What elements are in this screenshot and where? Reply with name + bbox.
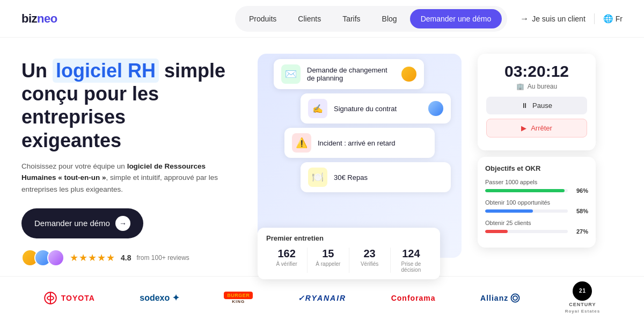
century-sub: Royal Estates bbox=[565, 309, 600, 314]
hero-description: Choisissez pour votre équipe un logiciel… bbox=[21, 161, 225, 195]
okr-pct-2: 58% bbox=[572, 208, 588, 214]
hero-highlight: logiciel RH bbox=[53, 59, 159, 83]
login-button[interactable]: → Je suis un client bbox=[520, 14, 586, 24]
brand-toyota: TOYOTA bbox=[44, 292, 95, 305]
brand-burger-king: BURGER KING bbox=[224, 292, 253, 304]
stat-a-verifier: 162 À vérifier bbox=[266, 248, 308, 273]
okr-card: Objectifs et OKR Passer 1000 appels 96% … bbox=[478, 157, 596, 248]
okr-label-1: Passer 1000 appels bbox=[485, 179, 588, 185]
stat-label-3: Vérifiés bbox=[353, 261, 387, 267]
okr-bar-row-3: 27% bbox=[485, 228, 588, 235]
okr-pct-3: 27% bbox=[572, 228, 588, 235]
lang-label: Fr bbox=[616, 15, 623, 23]
brands-footer: TOYOTA sodexo ✦ BURGER KING ✓RYANAIR Con… bbox=[0, 276, 644, 319]
nav-produits[interactable]: Produits bbox=[240, 10, 285, 27]
notif-icon-2: ✍️ bbox=[308, 99, 327, 118]
okr-card-title: Objectifs et OKR bbox=[485, 164, 588, 172]
stat-num-3: 23 bbox=[353, 248, 387, 260]
timer-status-label: Au bureau bbox=[528, 83, 557, 90]
login-label: Je suis un client bbox=[532, 15, 586, 23]
stat-verifies: 23 Vérifiés bbox=[349, 248, 391, 273]
nav-cta-button[interactable]: Demander une démo bbox=[410, 9, 502, 28]
notif-card-contrat: ✍️ Signature du contrat bbox=[301, 93, 451, 124]
nav-clients[interactable]: Clients bbox=[289, 10, 330, 27]
brand-ryanair: ✓RYANAIR bbox=[298, 294, 347, 302]
language-button[interactable]: 🌐 Fr bbox=[603, 14, 623, 24]
interview-card-title: Premier entretien bbox=[266, 234, 431, 242]
stat-label-1: À vérifier bbox=[269, 261, 304, 267]
main-nav: Produits Clients Tarifs Blog Demander un… bbox=[235, 6, 507, 32]
review-count: from 100+ reviews bbox=[136, 254, 189, 262]
stat-num-2: 15 bbox=[311, 248, 345, 260]
hero-center-mockup: ✉️ Demande de changement de planning ✍️ … bbox=[247, 54, 472, 269]
timer-card: 03:20:12 🏢 Au bureau ⏸ Pause ▶ Arrêter bbox=[478, 54, 596, 150]
brand-century21: 21 CENTURY Royal Estates bbox=[565, 281, 600, 314]
allianz-icon bbox=[510, 293, 520, 303]
okr-bar-fill-3 bbox=[485, 230, 508, 233]
logo: bizneo bbox=[21, 12, 57, 26]
hero-cta-label: Demander une démo bbox=[34, 219, 110, 228]
bk-badge: BURGER bbox=[224, 292, 253, 299]
rating-value: 4.8 bbox=[121, 253, 131, 262]
pause-icon: ⏸ bbox=[521, 102, 528, 110]
star-rating: ★★★★★ bbox=[70, 252, 115, 264]
stop-icon: ▶ bbox=[521, 124, 526, 132]
main-content: Un logiciel RH simpleconçu pour lesentre… bbox=[0, 38, 644, 276]
stat-label-2: À rappeler bbox=[311, 261, 345, 267]
globe-icon: 🌐 bbox=[603, 14, 613, 24]
svg-point-3 bbox=[511, 294, 519, 302]
stop-label: Arrêter bbox=[531, 124, 552, 132]
interview-card: Premier entretien 162 À vérifier 15 À ra… bbox=[258, 228, 440, 279]
toyota-icon bbox=[44, 292, 57, 305]
notif-avatar-2 bbox=[428, 101, 443, 116]
okr-bar-bg-2 bbox=[485, 209, 568, 213]
stat-prise-decision: 124 Prise de décision bbox=[391, 248, 431, 273]
notif-text-4: 30€ Repas bbox=[334, 173, 368, 182]
svg-point-4 bbox=[513, 296, 517, 300]
brand-sodexo: sodexo ✦ bbox=[140, 293, 179, 303]
hero-right-panel: 03:20:12 🏢 Au bureau ⏸ Pause ▶ Arrêter O… bbox=[478, 54, 596, 248]
timer-display: 03:20:12 bbox=[486, 62, 587, 81]
okr-label-3: Obtenir 25 clients bbox=[485, 220, 588, 226]
okr-label-2: Obtenir 100 opportunités bbox=[485, 199, 588, 206]
arrow-icon: → bbox=[115, 216, 130, 231]
okr-bar-fill-2 bbox=[485, 209, 533, 213]
okr-bar-fill-1 bbox=[485, 189, 565, 192]
stop-button[interactable]: ▶ Arrêter bbox=[486, 119, 587, 137]
okr-bar-bg-1 bbox=[485, 189, 568, 192]
reviews-section: ★★★★★ 4.8 from 100+ reviews bbox=[21, 249, 247, 266]
notif-text-3: Incident : arrivé en retard bbox=[318, 139, 396, 147]
nav-blog[interactable]: Blog bbox=[374, 10, 406, 27]
brand-conforama: Conforama bbox=[391, 294, 436, 302]
hero-title: Un logiciel RH simpleconçu pour lesentre… bbox=[21, 59, 247, 152]
stat-num-4: 124 bbox=[394, 248, 428, 260]
notif-card-incident: ⚠️ Incident : arrivé en retard bbox=[284, 128, 435, 158]
stat-label-4: Prise de décision bbox=[394, 261, 428, 273]
okr-bar-row-1: 96% bbox=[485, 187, 588, 194]
notif-icon-3: ⚠️ bbox=[292, 133, 311, 153]
nav-tarifs[interactable]: Tarifs bbox=[334, 10, 369, 27]
header: bizneo Produits Clients Tarifs Blog Dema… bbox=[0, 0, 644, 38]
hero-cta-button[interactable]: Demander une démo → bbox=[21, 208, 143, 238]
notification-cards: ✉️ Demande de changement de planning ✍️ … bbox=[258, 54, 462, 197]
stat-num-1: 162 bbox=[269, 248, 304, 260]
login-icon: → bbox=[520, 14, 529, 24]
pause-label: Pause bbox=[532, 102, 552, 110]
notif-card-planning: ✉️ Demande de changement de planning bbox=[274, 59, 424, 89]
okr-bar-bg-3 bbox=[485, 230, 568, 233]
timer-status: 🏢 Au bureau bbox=[486, 83, 587, 90]
stat-a-rappeler: 15 À rappeler bbox=[308, 248, 349, 273]
okr-item-3: Obtenir 25 clients 27% bbox=[485, 220, 588, 235]
pause-button[interactable]: ⏸ Pause bbox=[486, 97, 587, 114]
burger-king-logo: BURGER KING bbox=[224, 292, 253, 304]
notif-text-1: Demande de changement de planning bbox=[307, 66, 395, 82]
avatar-3 bbox=[47, 249, 64, 266]
century-circle: 21 bbox=[573, 281, 592, 301]
notif-card-repas: 🍽️ 30€ Repas bbox=[301, 162, 451, 192]
okr-pct-1: 96% bbox=[572, 187, 588, 194]
century-label: CENTURY bbox=[569, 302, 596, 308]
okr-item-2: Obtenir 100 opportunités 58% bbox=[485, 199, 588, 214]
okr-item-1: Passer 1000 appels 96% bbox=[485, 179, 588, 194]
bk-text: KING bbox=[232, 299, 245, 304]
notif-avatar-1 bbox=[401, 67, 416, 82]
